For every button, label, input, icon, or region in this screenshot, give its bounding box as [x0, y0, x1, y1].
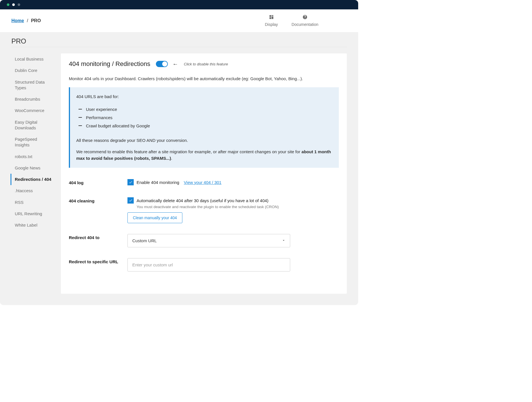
callout-line2: All these reasons degrade your SEO AND y…	[76, 137, 333, 144]
check-icon	[129, 180, 133, 184]
sidebar-item[interactable]: PageSpeed Insights	[11, 134, 54, 151]
info-callout: 404 URLS are bad for: User experiencePer…	[69, 87, 339, 168]
traffic-light-minimize[interactable]	[12, 3, 15, 6]
sidebar-item[interactable]: Breadcrumbs	[11, 94, 54, 105]
layout-icon	[269, 14, 274, 20]
breadcrumb-separator: /	[27, 18, 28, 23]
sidebar-item[interactable]: .htaccess	[11, 185, 54, 196]
sidebar-item[interactable]: Structured Data Types	[11, 76, 54, 94]
breadcrumb: Home / PRO	[11, 18, 41, 23]
callout-list-item: User experience	[79, 105, 333, 113]
sidebar-item[interactable]: Easy Digital Downloads	[11, 117, 54, 134]
sidebar-item[interactable]: Local Business	[11, 53, 54, 65]
auto-delete-404-checkbox[interactable]	[127, 197, 134, 204]
row-redirect-to-label: Redirect 404 to	[69, 234, 127, 240]
row-404-cleaning-label: 404 cleaning	[69, 197, 127, 203]
window-titlebar	[0, 0, 358, 9]
traffic-light-zoom[interactable]	[18, 3, 20, 6]
toggle-hint: Click to disable this feature	[184, 62, 228, 66]
feature-toggle[interactable]	[156, 61, 168, 67]
settings-panel: 404 monitoring / Redirections ← Click to…	[61, 53, 347, 294]
cron-helper-text: You must deactivate and reactivate the p…	[137, 205, 339, 209]
sidebar-item[interactable]: Google News	[11, 162, 54, 174]
custom-url-input[interactable]	[127, 258, 290, 272]
sidebar-item[interactable]: Redirections / 404	[11, 174, 54, 185]
enable-404-monitoring-label: Enable 404 monitoring	[137, 180, 179, 185]
callout-list-item: Crawl budget allocated by Google	[79, 122, 333, 130]
callout-line3: We recommend to enable this feature afte…	[76, 149, 333, 161]
breadcrumb-home-link[interactable]: Home	[11, 18, 24, 23]
documentation-label: Documentation	[292, 22, 318, 27]
help-icon	[302, 14, 308, 20]
documentation-button[interactable]: Documentation	[292, 14, 318, 27]
traffic-light-close[interactable]	[7, 3, 9, 6]
settings-sidebar: Local BusinessDublin CoreStructured Data…	[11, 53, 54, 231]
display-label: Display	[265, 22, 278, 27]
callout-lead: 404 URLS are bad for:	[76, 94, 333, 100]
sidebar-item[interactable]: robots.txt	[11, 151, 54, 162]
callout-list-item: Performances	[79, 113, 333, 122]
panel-heading: 404 monitoring / Redirections	[69, 60, 150, 68]
sidebar-item[interactable]: RSS	[11, 197, 54, 208]
sidebar-item[interactable]: URL Rewriting	[11, 208, 54, 219]
breadcrumb-current: PRO	[31, 18, 41, 23]
row-404-log-label: 404 log	[69, 179, 127, 185]
page-title: PRO	[11, 37, 347, 45]
check-icon	[129, 198, 133, 202]
view-404-link[interactable]: View your 404 / 301	[184, 180, 221, 185]
arrow-left-icon: ←	[172, 61, 178, 67]
enable-404-monitoring-checkbox[interactable]	[127, 179, 134, 185]
toggle-knob	[162, 61, 167, 67]
clean-manually-button[interactable]: Clean manually your 404	[127, 212, 182, 223]
redirect-404-select[interactable]: Custom URL	[127, 234, 290, 247]
sidebar-item[interactable]: White Label	[11, 219, 54, 231]
sidebar-item[interactable]: Dublin Core	[11, 65, 54, 76]
auto-delete-404-label: Automatically delete 404 after 30 days (…	[137, 198, 269, 203]
sidebar-item[interactable]: WooCommerce	[11, 105, 54, 116]
row-specific-url-label: Redirect to specific URL	[69, 258, 127, 264]
display-button[interactable]: Display	[265, 14, 278, 27]
panel-intro: Monitor 404 urls in your Dashboard. Craw…	[69, 76, 339, 81]
